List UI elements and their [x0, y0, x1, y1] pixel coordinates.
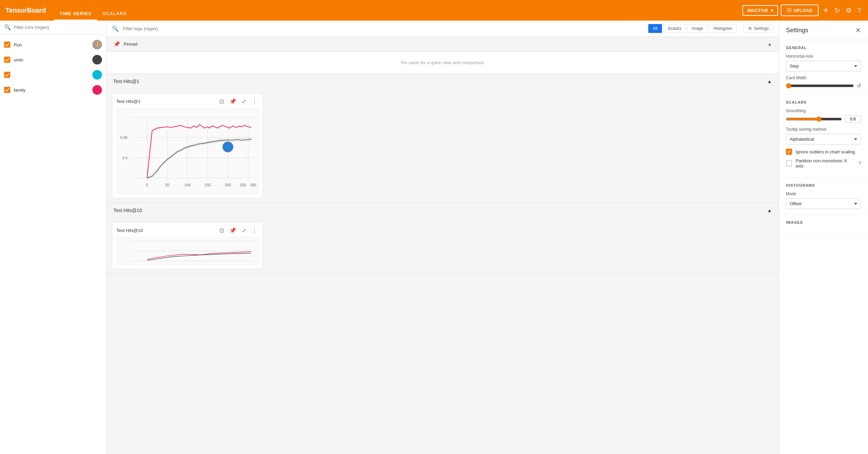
chart-more-icon-10[interactable]: ⋮ [250, 226, 259, 234]
chart-card-hits1: Test Hits@1 ⊡ 📌 ⤢ ⋮ [112, 93, 263, 198]
svg-text:250: 250 [240, 183, 246, 187]
tag-btn-histogram[interactable]: Histogram [709, 24, 737, 33]
run-color-run: 🎨 [92, 40, 102, 49]
tag-filter-input[interactable] [123, 26, 644, 31]
chart-section-header-hits10[interactable]: Test Hits@10 ▲ [106, 203, 779, 218]
smoothing-slider[interactable] [786, 116, 842, 122]
ignore-outliers-row: Ignore outliers in chart scaling [786, 149, 861, 155]
chart-area-hits1: 0.95 0.9 0 50 100 150 200 250 300 [116, 108, 259, 194]
settings-histograms-section: HISTOGRAMS Mode Offset Overlay [779, 178, 868, 215]
svg-text:0.95: 0.95 [120, 136, 127, 140]
run-name-dot: . [14, 72, 89, 78]
hits1-collapse-icon[interactable]: ▲ [767, 79, 772, 84]
chart-section-content-hits10: Test Hits@10 ⊡ 📌 ⤢ ⋮ [106, 218, 779, 273]
chart-section-hits1: Test Hits@1 ▲ Test Hits@1 ⊡ 📌 ⤢ ⋮ [106, 74, 779, 203]
upload-button[interactable]: ⓘ UPLOAD [781, 4, 819, 16]
refresh-icon[interactable]: ↻ [833, 5, 842, 16]
tag-btn-all[interactable]: All [648, 24, 662, 33]
partition-x-checkbox[interactable] [786, 160, 792, 166]
settings-button[interactable]: ⚙ Settings [744, 24, 773, 33]
app-logo: TensorBoard [5, 7, 46, 14]
runs-list: Run 🎨 umls . family [0, 34, 106, 454]
tag-filter-buttons: All Scalars Image Histogram [648, 24, 736, 33]
help-icon[interactable]: ? [856, 5, 863, 16]
sidebar-search-container: 🔍 [0, 21, 106, 34]
run-checkbox-dot[interactable] [4, 72, 10, 78]
run-color-family [92, 85, 102, 95]
nav-scalars[interactable]: SCALARS [97, 11, 132, 21]
pin-icon: 📌 [113, 41, 120, 47]
run-item-dot[interactable]: . [0, 67, 106, 82]
partition-x-row: Partition non-monotonic X axis ? [786, 158, 861, 168]
chart-pin-icon[interactable]: 📌 [228, 97, 238, 105]
pinned-collapse-icon[interactable]: ▲ [767, 42, 772, 47]
main-scroll: 📌 Pinned ▲ Pin cards for a quick view an… [106, 37, 779, 454]
card-width-label: Card Width [786, 75, 861, 80]
chart-section-header-hits1[interactable]: Test Hits@1 ▲ [106, 74, 779, 89]
svg-text:200: 200 [225, 183, 231, 187]
chart-pin-icon-10[interactable]: 📌 [228, 226, 238, 234]
settings-images-section: IMAGES [779, 215, 868, 234]
chart-more-icon[interactable]: ⋮ [250, 97, 259, 105]
chart-svg-hits1: 0.95 0.9 0 50 100 150 200 250 300 [117, 108, 258, 194]
run-checkbox-umls[interactable] [4, 57, 10, 63]
tooltip-sort-select[interactable]: Alphabetical Ascending Descending Defaul… [786, 134, 861, 144]
nav-time-series[interactable]: TIME SERIES [54, 11, 97, 21]
histogram-mode-select[interactable]: Offset Overlay [786, 198, 861, 209]
chart-card-header-hits1: Test Hits@1 ⊡ 📌 ⤢ ⋮ [116, 97, 259, 105]
run-item-run[interactable]: Run 🎨 [0, 37, 106, 52]
svg-text:150: 150 [205, 183, 211, 187]
chart-card-header-hits10: Test Hits@10 ⊡ 📌 ⤢ ⋮ [116, 226, 259, 234]
hits10-title: Test Hits@10 [113, 208, 142, 213]
settings-gear-icon[interactable]: ⚙ [844, 5, 853, 16]
pinned-empty-text: Pin cards for a quick view and compariso… [106, 52, 779, 74]
card-width-slider[interactable] [786, 83, 854, 89]
chart-expand-icon-10[interactable]: ⤢ [240, 226, 248, 234]
card-width-reset-icon[interactable]: ↺ [857, 82, 861, 89]
run-name-run: Run [14, 42, 89, 47]
chart-svg-hits10 [117, 237, 258, 264]
inactive-dropdown[interactable]: INACTIVE ▾ [742, 5, 778, 16]
hits10-collapse-icon[interactable]: ▲ [767, 208, 772, 213]
chart-card-title-hits10: Test Hits@10 [116, 228, 218, 233]
tag-filter-bar: 🔍 All Scalars Image Histogram ⚙ Settings [106, 21, 779, 37]
hits1-title: Test Hits@1 [113, 79, 139, 84]
chart-area-hits10 [116, 237, 259, 265]
ignore-outliers-checkbox[interactable] [786, 149, 792, 155]
tag-btn-scalars[interactable]: Scalars [663, 24, 686, 33]
card-width-slider-container: ↺ [786, 82, 861, 89]
top-nav: TIME SERIES SCALARS [54, 0, 132, 21]
chart-expand-icon[interactable]: ⤢ [240, 97, 248, 105]
tag-btn-image[interactable]: Image [687, 24, 708, 33]
run-checkbox-family[interactable] [4, 87, 10, 93]
settings-histograms-label: HISTOGRAMS [786, 183, 861, 187]
run-checkbox-run[interactable] [4, 42, 10, 48]
theme-icon[interactable]: ☀ [821, 5, 830, 16]
run-item-family[interactable]: family [0, 82, 106, 97]
partition-x-help-icon[interactable]: ? [858, 161, 861, 166]
sidebar: 🔍 Run 🎨 umls . [0, 21, 106, 454]
run-item-umls[interactable]: umls [0, 52, 106, 67]
svg-text:50: 50 [165, 183, 169, 187]
settings-general-section: GENERAL Horizontal Axis Step Relative Wa… [779, 40, 868, 95]
svg-text:0: 0 [146, 183, 148, 187]
settings-scalars-section: SCALARS Smoothing Tooltip sorting method… [779, 95, 868, 178]
settings-general-label: GENERAL [786, 46, 861, 50]
settings-header: Settings ✕ [779, 21, 868, 40]
tag-search-icon: 🔍 [112, 25, 119, 32]
chart-fit-icon[interactable]: ⊡ [218, 97, 225, 105]
runs-filter-input[interactable] [14, 25, 102, 30]
horizontal-axis-select[interactable]: Step Relative Wall [786, 61, 861, 71]
chart-section-hits10: Test Hits@10 ▲ Test Hits@10 ⊡ 📌 ⤢ ⋮ [106, 203, 779, 273]
smoothing-value-input[interactable] [845, 115, 861, 123]
horizontal-axis-label: Horizontal Axis [786, 54, 861, 59]
settings-close-button[interactable]: ✕ [855, 26, 861, 34]
search-icon: 🔍 [4, 24, 11, 31]
chart-fit-icon-10[interactable]: ⊡ [218, 226, 225, 234]
content-area: 🔍 All Scalars Image Histogram ⚙ Settings… [106, 21, 779, 454]
chart-card-actions-hits1: ⊡ 📌 ⤢ ⋮ [218, 97, 259, 105]
settings-images-label: IMAGES [786, 220, 861, 224]
svg-marker-19 [147, 138, 251, 182]
svg-point-21 [225, 144, 231, 150]
smoothing-slider-container [786, 115, 861, 123]
